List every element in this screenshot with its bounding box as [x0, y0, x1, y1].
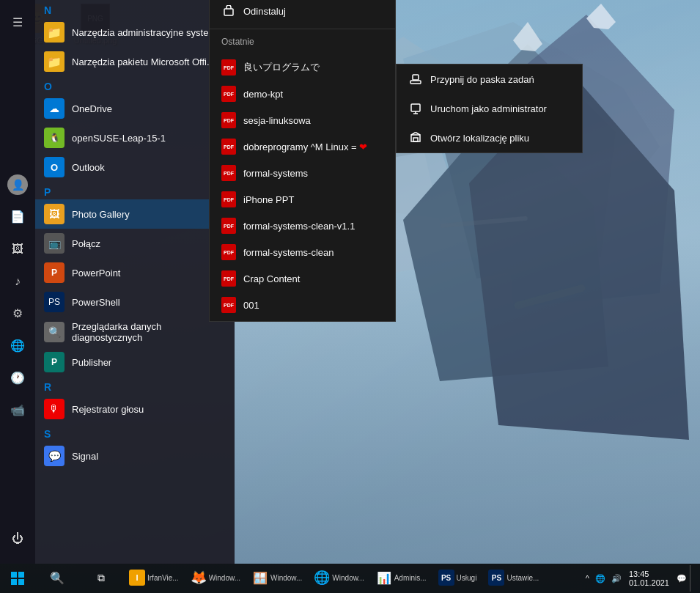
taskbar-item-terminal[interactable]: PS Usługi: [432, 564, 483, 593]
tray-time: 13:45: [629, 570, 669, 578]
app-opensuse[interactable]: 🐧 openSUSE-Leap-15-1: [35, 123, 235, 152]
diagnostics-icon: 🔍: [44, 322, 65, 342]
recent-item-5[interactable]: PDF iPhone PPT: [210, 186, 395, 213]
recent-item-6[interactable]: PDF formal-systems-clean-v1.1: [210, 213, 395, 239]
app-narzedzia-microsoft[interactable]: 📁 Narzędzia pakietu Microsoft Offi...: [35, 47, 235, 76]
taskview-icon: ⧉: [93, 570, 109, 586]
tray-chevron[interactable]: ^: [583, 574, 592, 583]
taskbar-search[interactable]: 🔍: [35, 564, 79, 593]
recent-item-8[interactable]: PDF Crap Content: [210, 265, 395, 292]
recent-item-4[interactable]: PDF formal-systems: [210, 160, 395, 186]
tray-clock[interactable]: 13:45 01.01.2021: [625, 570, 674, 587]
section-s: S: [35, 424, 235, 441]
recent-item-0[interactable]: PDF 良いプログラムで: [210, 54, 395, 81]
powerpoint-icon: P: [44, 262, 65, 283]
recent-items-list: PDF 良いプログラムで PDF demo-kpt PDF sesja-linu…: [210, 51, 395, 321]
taskbar: 🔍 ⧉ I IrfanVie... 🦊 Window... 🪟 Window..…: [0, 564, 700, 593]
section-r: R: [35, 377, 235, 394]
start-button[interactable]: [0, 564, 35, 593]
svg-rect-23: [413, 138, 418, 141]
start-menu: ☰ 👤 📄 🖼 ♪ ⚙ 🌐 🕐 📹 ⏻ N: [0, 0, 235, 564]
sidebar-music-icon[interactable]: ♪: [0, 265, 35, 298]
app-rejestrator[interactable]: 🎙 Rejestrator głosu: [35, 394, 235, 424]
folder-icon: 📁: [44, 22, 65, 43]
uninstall-icon: [221, 4, 236, 18]
sidebar-pictures-icon[interactable]: 🖼: [0, 233, 35, 265]
app-powerpoint[interactable]: P PowerPoint: [35, 258, 235, 287]
terminal-icon-1: PS: [438, 570, 454, 586]
publisher-icon: P: [44, 352, 65, 372]
recent-item-1[interactable]: PDF demo-kpt: [210, 81, 395, 107]
pdf-icon-6: PDF: [221, 218, 236, 234]
pdf-icon-2: PDF: [221, 112, 236, 128]
app-onedrive[interactable]: ☁ OneDrive: [35, 94, 235, 123]
separator-2: [210, 29, 395, 29]
search-icon: 🔍: [49, 570, 65, 586]
sidebar-network-icon[interactable]: 🌐: [0, 330, 35, 362]
chrome-icon: 🌐: [314, 570, 330, 586]
firefox-icon: 🦊: [191, 570, 207, 586]
start-sidebar: ☰ 👤 📄 🖼 ♪ ⚙ 🌐 🕐 📹 ⏻: [0, 0, 35, 564]
submenu-more: Przypnij do paska zadań Uruchom jako adm…: [396, 64, 583, 153]
svg-rect-24: [11, 572, 17, 578]
hamburger-button[interactable]: ☰: [0, 6, 35, 38]
taskbar-item-firefox[interactable]: 🦊 Window...: [185, 564, 246, 593]
recent-item-3[interactable]: PDF dobreprogramy ^M Linux = ❤: [210, 133, 395, 160]
section-p: P: [35, 182, 235, 199]
svg-rect-22: [411, 104, 420, 111]
taskbar-item-windows1[interactable]: 🪟 Window...: [246, 564, 308, 593]
tray-action-center[interactable]: 💬: [674, 574, 690, 583]
recent-item-9[interactable]: PDF 001: [210, 292, 395, 318]
recent-item-7[interactable]: PDF formal-systems-clean: [210, 239, 395, 265]
tray-network[interactable]: 🌐: [592, 574, 608, 583]
pdf-icon-9: PDF: [221, 297, 236, 313]
sidebar-power-icon[interactable]: ⏻: [0, 523, 35, 555]
ctx-open-location[interactable]: Otwórz lokalizację pliku: [397, 123, 582, 152]
pdf-icon-4: PDF: [221, 165, 236, 181]
app-narzedzia-admin[interactable]: 📁 Narzędzia administracyjne syste...: [35, 18, 235, 47]
app-photo-gallery[interactable]: 🖼 Photo Gallery: [35, 199, 235, 229]
sidebar-user-icon[interactable]: 👤: [0, 169, 35, 201]
taskbar-item-terminal2[interactable]: PS Ustawie...: [482, 564, 545, 593]
context-menu-main: Przypnij do obszaru startowego Więcej ▶ …: [209, 0, 396, 322]
svg-rect-20: [410, 81, 421, 84]
svg-rect-19: [224, 9, 233, 15]
pdf-icon-5: PDF: [221, 191, 236, 207]
svg-rect-21: [413, 75, 419, 80]
sidebar-video-icon[interactable]: 📹: [0, 394, 35, 427]
taskbar-taskview[interactable]: ⧉: [79, 564, 123, 593]
app-publisher[interactable]: P Publisher: [35, 347, 235, 377]
polacz-icon: 📺: [44, 233, 65, 254]
taskbar-item-irfanview[interactable]: I IrfanVie...: [123, 564, 185, 593]
open-location-icon: [408, 130, 423, 145]
section-o: O: [35, 76, 235, 94]
pdf-icon-8: PDF: [221, 270, 236, 287]
section-n: N: [35, 0, 235, 18]
ctx-uninstall[interactable]: Odinstaluj: [210, 0, 395, 26]
pdf-icon-3: PDF: [221, 139, 236, 155]
sidebar-documents-icon[interactable]: 📄: [0, 201, 35, 233]
voice-recorder-icon: 🎙: [44, 399, 65, 419]
app-polacz[interactable]: 📺 Połącz: [35, 229, 235, 258]
pin-taskbar-icon: [408, 72, 423, 86]
tray-date: 01.01.2021: [629, 578, 669, 587]
tray-volume[interactable]: 🔊: [608, 574, 625, 583]
tray-show-desktop[interactable]: [690, 565, 694, 592]
irfanview-icon: I: [129, 570, 145, 586]
opensuse-icon: 🐧: [44, 128, 65, 148]
app-powershell[interactable]: PS PowerShell ▾: [35, 287, 235, 317]
sidebar-recent-icon[interactable]: 🕐: [0, 362, 35, 394]
app-outlook[interactable]: O Outlook: [35, 152, 235, 182]
ctx-run-as-admin[interactable]: Uruchom jako administrator: [397, 94, 582, 123]
app-signal[interactable]: 💬 Signal: [35, 441, 235, 471]
taskbar-item-chrome[interactable]: 🌐 Window...: [308, 564, 369, 593]
onedrive-icon: ☁: [44, 98, 65, 119]
svg-rect-26: [11, 579, 17, 585]
outlook-icon: O: [44, 157, 65, 177]
sidebar-settings-icon[interactable]: ⚙: [0, 298, 35, 330]
ctx-pin-taskbar[interactable]: Przypnij do paska zadań: [397, 65, 582, 94]
windows-icon-1: 🪟: [252, 570, 268, 586]
recent-item-2[interactable]: PDF sesja-linuksowa: [210, 107, 395, 133]
taskbar-item-windows2[interactable]: 📊 Adminis...: [370, 564, 432, 593]
app-przeglądarka[interactable]: 🔍 Przeglądarka danych diagnostycznych: [35, 317, 235, 347]
